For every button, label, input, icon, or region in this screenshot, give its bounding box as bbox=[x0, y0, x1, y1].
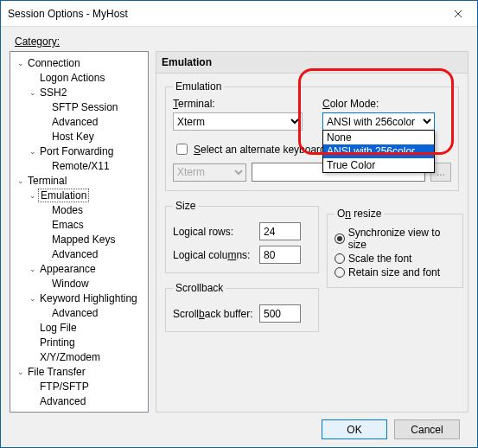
tree-xyzmodem[interactable]: X/Y/Zmodem bbox=[12, 349, 146, 364]
tree-advanced-emu[interactable]: Advanced bbox=[12, 246, 146, 261]
resize-retain[interactable]: Retain size and font bbox=[335, 266, 457, 278]
tree-modes[interactable]: Modes bbox=[12, 202, 146, 217]
right-body: Emulation Terminal: Xterm Color Mode: bbox=[156, 74, 468, 413]
tree-ssh2[interactable]: ⌄SSH2 bbox=[12, 85, 146, 99]
scrollback-legend: Scrollback bbox=[173, 282, 226, 294]
main-row: ⌄Connection Logon Actions ⌄SSH2 SFTP Ses… bbox=[10, 51, 468, 413]
radio-icon bbox=[335, 267, 345, 278]
ok-button[interactable]: OK bbox=[322, 419, 387, 439]
resize-sync[interactable]: Synchronize view to size bbox=[335, 227, 457, 251]
chevron-down-icon[interactable]: ⌄ bbox=[28, 294, 38, 303]
terminal-label: Terminal: bbox=[173, 98, 307, 110]
button-row: OK Cancel bbox=[10, 413, 468, 448]
size-legend: Size bbox=[173, 200, 198, 212]
cols-label: Logical columns: bbox=[173, 249, 259, 261]
resize-legend: On resize bbox=[335, 208, 384, 220]
emulation-group: Emulation Terminal: Xterm Color Mode: bbox=[165, 80, 459, 191]
chevron-down-icon[interactable]: ⌄ bbox=[28, 147, 38, 156]
cols-input[interactable] bbox=[259, 246, 301, 264]
resize-group: On resize Synchronize view to size Scale… bbox=[327, 208, 463, 288]
tree-emacs[interactable]: Emacs bbox=[12, 217, 146, 232]
scrollback-group: Scrollback Scrollback buffer: bbox=[165, 282, 319, 332]
content-area: Category: ⌄Connection Logon Actions ⌄SSH… bbox=[1, 27, 477, 448]
scrollback-label: Scrollback buffer: bbox=[173, 308, 259, 320]
chevron-down-icon[interactable]: ⌄ bbox=[28, 265, 38, 273]
chevron-down-icon[interactable]: ⌄ bbox=[16, 59, 26, 67]
chevron-down-icon[interactable]: ⌄ bbox=[16, 176, 26, 185]
tree-advanced-ft[interactable]: Advanced bbox=[12, 394, 146, 408]
chevron-down-icon[interactable]: ⌄ bbox=[16, 368, 26, 376]
rows-input[interactable] bbox=[259, 222, 301, 240]
tree-remote-x11[interactable]: Remote/X11 bbox=[12, 158, 146, 173]
titlebar: Session Options - MyHost bbox=[1, 1, 477, 27]
scrollback-input[interactable] bbox=[259, 304, 301, 323]
tree-log-file[interactable]: Log File bbox=[12, 320, 146, 335]
tree-terminal[interactable]: ⌄Terminal bbox=[12, 173, 146, 188]
color-mode-dropdown[interactable]: None ANSI with 256color True Color bbox=[322, 130, 435, 173]
size-group: Size Logical rows: Logical columns: bbox=[165, 200, 319, 273]
tree-file-transfer[interactable]: ⌄File Transfer bbox=[12, 364, 146, 379]
terminal-select[interactable]: Xterm bbox=[173, 112, 303, 131]
radio-icon bbox=[335, 234, 345, 244]
cancel-button[interactable]: Cancel bbox=[394, 419, 460, 439]
tree-printing[interactable]: Printing bbox=[12, 335, 146, 349]
tree-port-forwarding[interactable]: ⌄Port Forwarding bbox=[12, 144, 146, 158]
tree-host-key[interactable]: Host Key bbox=[12, 129, 146, 144]
alt-keyboard-checkbox-input[interactable] bbox=[176, 144, 188, 155]
emulation-legend: Emulation bbox=[173, 80, 224, 93]
section-title: Emulation bbox=[156, 51, 468, 74]
tree-keyword-highlighting[interactable]: ⌄Keyword Highlighting bbox=[12, 291, 146, 305]
tree-appearance[interactable]: ⌄Appearance bbox=[12, 261, 146, 276]
tree-sftp-session[interactable]: SFTP Session bbox=[12, 99, 146, 114]
radio-icon bbox=[335, 253, 345, 264]
tree-advanced-ssh[interactable]: Advanced bbox=[12, 114, 146, 129]
window-title: Session Options - MyHost bbox=[8, 8, 438, 20]
tree-advanced-kw[interactable]: Advanced bbox=[12, 305, 146, 320]
chevron-down-icon[interactable]: ⌄ bbox=[28, 88, 38, 97]
color-mode-option-true[interactable]: True Color bbox=[323, 158, 434, 172]
right-panel: Emulation Emulation Terminal: Xterm bbox=[156, 51, 468, 413]
resize-scale[interactable]: Scale the font bbox=[335, 253, 457, 265]
chevron-down-icon[interactable]: ⌄ bbox=[28, 191, 38, 200]
tree-window[interactable]: Window bbox=[12, 276, 146, 291]
color-mode-option-none[interactable]: None bbox=[323, 131, 434, 144]
color-mode-label: Color Mode: bbox=[322, 98, 451, 110]
tree-mapped-keys[interactable]: Mapped Keys bbox=[12, 232, 146, 246]
tree-connection[interactable]: ⌄Connection bbox=[12, 55, 146, 70]
dialog-window: Session Options - MyHost Category: ⌄Conn… bbox=[0, 0, 478, 448]
close-button[interactable] bbox=[438, 1, 477, 27]
color-mode-select[interactable]: ANSI with 256color bbox=[322, 112, 435, 131]
tree-logon-actions[interactable]: Logon Actions bbox=[12, 70, 146, 85]
rows-label: Logical rows: bbox=[173, 226, 259, 238]
color-mode-option-ansi256[interactable]: ANSI with 256color bbox=[323, 144, 434, 158]
category-tree[interactable]: ⌄Connection Logon Actions ⌄SSH2 SFTP Ses… bbox=[10, 51, 149, 413]
close-icon bbox=[454, 10, 462, 18]
tree-emulation[interactable]: ⌄Emulation bbox=[12, 188, 146, 202]
category-label: Category: bbox=[15, 35, 468, 48]
tree-ftpsftp[interactable]: FTP/SFTP bbox=[12, 379, 146, 394]
alt-keyboard-select: Xterm bbox=[173, 163, 246, 182]
